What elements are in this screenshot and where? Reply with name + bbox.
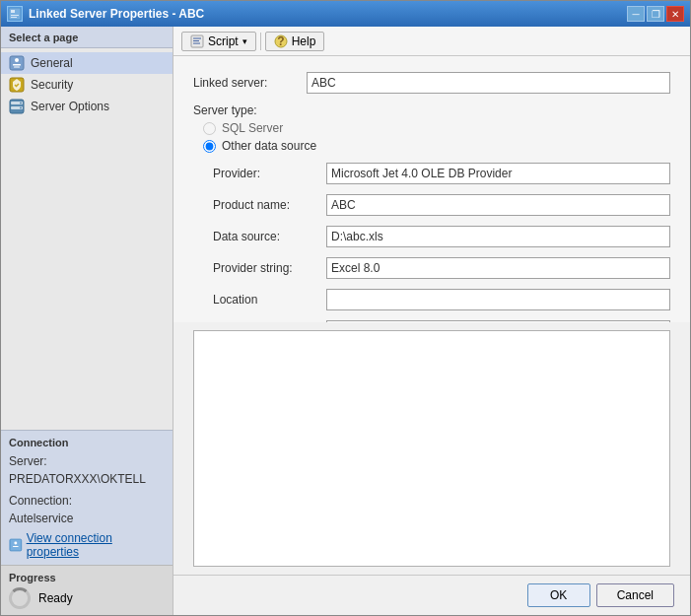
security-icon <box>9 77 25 93</box>
svg-rect-1 <box>11 10 15 13</box>
connection-header: Connection <box>9 437 165 448</box>
sql-server-label: SQL Server <box>222 121 283 135</box>
svg-point-5 <box>15 58 19 62</box>
progress-section: Progress Ready <box>1 565 173 615</box>
product-name-label: Product name: <box>213 198 326 212</box>
script-icon <box>190 34 204 48</box>
data-source-label: Data source: <box>213 230 326 243</box>
sidebar-item-security-label: Security <box>31 78 73 92</box>
sidebar-item-security[interactable]: Security <box>1 74 173 96</box>
provider-label: Provider: <box>213 167 326 180</box>
title-buttons: ─ ❐ ✕ <box>627 6 684 22</box>
help-icon: ? <box>274 34 288 48</box>
sql-server-radio-row: SQL Server <box>193 121 670 135</box>
server-type-section: Server type: SQL Server Other data sourc… <box>193 103 670 153</box>
script-label: Script <box>208 34 239 48</box>
data-source-input[interactable] <box>326 226 670 247</box>
close-button[interactable]: ✕ <box>666 6 684 22</box>
sidebar: Select a page General <box>1 27 173 615</box>
location-label: Location <box>213 293 326 307</box>
bottom-bar: OK Cancel <box>173 575 690 615</box>
data-source-row: Data source: <box>213 226 670 247</box>
server-value: PREDATORXXX\OKTELL <box>9 470 165 488</box>
title-bar-left: Linked Server Properties - ABC <box>7 6 204 22</box>
sidebar-item-general-label: General <box>31 56 73 70</box>
help-label: Help <box>292 34 316 48</box>
svg-point-13 <box>20 107 22 109</box>
svg-point-12 <box>20 103 22 104</box>
connection-section: Connection Server: PREDATORXXX\OKTELL Co… <box>1 430 173 565</box>
other-source-radio-row: Other data source <box>193 139 670 153</box>
connection-link-icon <box>9 538 23 552</box>
script-arrow: ▾ <box>242 36 247 46</box>
server-label: Server: <box>9 452 165 470</box>
title-bar: Linked Server Properties - ABC ─ ❐ ✕ <box>1 1 690 27</box>
sidebar-item-general[interactable]: General <box>1 52 173 74</box>
svg-rect-3 <box>11 17 17 18</box>
svg-rect-6 <box>13 64 21 66</box>
indented-form: Provider: Microsoft Jet 4.0 OLE DB Provi… <box>193 163 670 322</box>
other-source-label: Other data source <box>222 139 316 153</box>
script-button[interactable]: Script ▾ <box>181 32 256 51</box>
ok-button[interactable]: OK <box>527 583 590 607</box>
window-title: Linked Server Properties - ABC <box>29 7 204 21</box>
location-row: Location <box>213 289 670 310</box>
server-options-icon <box>9 99 25 114</box>
server-type-row: Server type: <box>193 103 670 117</box>
svg-rect-16 <box>13 546 19 547</box>
window: Linked Server Properties - ABC ─ ❐ ✕ Sel… <box>0 0 691 616</box>
progress-header: Progress <box>9 572 165 583</box>
toolbar-divider <box>260 33 261 50</box>
provider-string-row: Provider string: <box>213 257 670 279</box>
product-name-input[interactable] <box>326 194 670 216</box>
progress-status: Ready <box>38 591 73 605</box>
toolbar: Script ▾ ? Help <box>173 27 690 56</box>
linked-server-input[interactable] <box>307 72 670 94</box>
catalog-input[interactable] <box>326 320 670 322</box>
help-button[interactable]: ? Help <box>265 32 325 51</box>
main-content: Select a page General <box>1 27 690 615</box>
svg-rect-7 <box>14 67 20 68</box>
minimize-button[interactable]: ─ <box>627 6 645 22</box>
sidebar-item-server-options-label: Server Options <box>31 100 109 113</box>
linked-server-row: Linked server: <box>193 72 670 94</box>
general-icon <box>9 55 25 71</box>
view-connection-link[interactable]: View connection properties <box>9 531 165 559</box>
connection-link-label: View connection properties <box>27 531 165 559</box>
sidebar-items: General Security <box>1 48 173 430</box>
svg-text:?: ? <box>277 34 284 48</box>
connection-value: Autelservice <box>9 510 165 527</box>
location-input[interactable] <box>326 289 670 310</box>
select-page-label: Select a page <box>1 27 173 48</box>
connection-info: Server: PREDATORXXX\OKTELL Connection: A… <box>9 452 165 527</box>
provider-string-input[interactable] <box>326 257 670 279</box>
connection-label: Connection: <box>9 492 165 510</box>
right-panel: Script ▾ ? Help Linked server: <box>173 27 690 615</box>
provider-row: Provider: Microsoft Jet 4.0 OLE DB Provi… <box>213 163 670 184</box>
provider-string-label: Provider string: <box>213 261 326 275</box>
restore-button[interactable]: ❐ <box>647 6 664 22</box>
provider-select[interactable]: Microsoft Jet 4.0 OLE DB Provider <box>326 163 670 184</box>
svg-rect-14 <box>10 539 22 551</box>
sql-server-radio[interactable] <box>203 122 216 135</box>
svg-rect-0 <box>9 8 21 20</box>
progress-content: Ready <box>9 587 165 609</box>
output-box <box>193 330 670 567</box>
form-area: Linked server: Server type: SQL Server O… <box>173 56 690 322</box>
progress-spinner <box>9 587 31 609</box>
cancel-button[interactable]: Cancel <box>596 583 674 607</box>
server-type-label: Server type: <box>193 103 307 117</box>
catalog-row: Catalog <box>213 320 670 322</box>
window-icon <box>7 6 23 22</box>
svg-rect-2 <box>11 15 19 16</box>
sidebar-item-server-options[interactable]: Server Options <box>1 96 173 117</box>
linked-server-label: Linked server: <box>193 76 307 90</box>
other-source-radio[interactable] <box>203 140 216 153</box>
product-name-row: Product name: <box>213 194 670 216</box>
svg-point-15 <box>14 542 17 545</box>
